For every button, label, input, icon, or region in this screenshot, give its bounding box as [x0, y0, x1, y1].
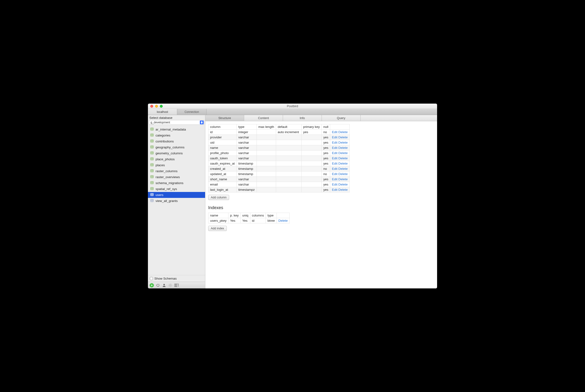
- show-schemas-label: Show Schemas: [154, 277, 177, 280]
- table-icon: [150, 151, 154, 155]
- content-tab[interactable]: Info: [283, 115, 322, 121]
- table-name: ar_internal_metadata: [156, 128, 186, 131]
- settings-button[interactable]: [168, 283, 173, 288]
- column-cell: uid: [208, 140, 237, 145]
- edit-link[interactable]: Edit: [332, 136, 337, 139]
- sidebar-table-item[interactable]: categories: [148, 132, 205, 138]
- sidebar-table-item[interactable]: raster_overviews: [148, 174, 205, 180]
- column-cell: [276, 150, 301, 156]
- edit-link[interactable]: Edit: [332, 146, 337, 150]
- edit-link[interactable]: Edit: [332, 172, 337, 176]
- connection-tab[interactable]: localhost: [148, 109, 177, 115]
- content-tab[interactable]: Content: [244, 115, 283, 121]
- sidebar-table-item[interactable]: ar_internal_metadata: [148, 126, 205, 132]
- column-cell: timestamp: [236, 161, 256, 166]
- sql-button[interactable]: [174, 283, 179, 288]
- delete-link[interactable]: Delete: [338, 162, 348, 165]
- column-cell: [276, 161, 301, 166]
- database-select[interactable]: g_development: [149, 120, 204, 125]
- delete-link[interactable]: Delete: [338, 172, 348, 176]
- column-row: oauth_tokenvarcharyesEdit Delete: [208, 156, 350, 161]
- delete-link[interactable]: Delete: [338, 167, 348, 170]
- sidebar-table-item[interactable]: contributions: [148, 138, 205, 144]
- delete-link[interactable]: Delete: [338, 188, 348, 192]
- index-cell: Yes: [240, 218, 250, 224]
- sidebar-table-item[interactable]: spatial_ref_sys: [148, 186, 205, 192]
- index-actions: Delete: [276, 218, 290, 224]
- svg-line-74: [169, 286, 169, 287]
- column-cell: [276, 140, 301, 145]
- edit-link[interactable]: Edit: [332, 178, 337, 181]
- delete-link[interactable]: Delete: [338, 130, 348, 134]
- table-name: geography_columns: [156, 146, 184, 149]
- table-icon: [150, 181, 154, 185]
- column-cell: [256, 145, 276, 150]
- sidebar-table-item[interactable]: geography_columns: [148, 144, 205, 150]
- edit-link[interactable]: Edit: [332, 156, 337, 160]
- column-cell: varchar: [236, 177, 256, 182]
- column-cell: provider: [208, 135, 237, 140]
- column-row: short_namevarcharyesEdit Delete: [208, 177, 350, 182]
- add-index-button[interactable]: Add index: [208, 226, 227, 231]
- column-cell: [301, 161, 322, 166]
- sidebar-table-item[interactable]: schema_migrations: [148, 180, 205, 186]
- sidebar-table-item[interactable]: raster_columns: [148, 168, 205, 174]
- table-name: raster_overviews: [156, 175, 180, 179]
- show-schemas-checkbox[interactable]: [150, 277, 153, 280]
- column-cell: email: [208, 182, 237, 187]
- delete-link[interactable]: Delete: [278, 219, 288, 222]
- edit-link[interactable]: Edit: [332, 188, 337, 192]
- svg-rect-50: [150, 188, 154, 190]
- add-button[interactable]: +: [149, 283, 154, 288]
- column-cell: short_name: [208, 177, 237, 182]
- content-tab[interactable]: Query: [322, 115, 360, 121]
- column-row: idintegerauto incrementyesnoEdit Delete: [208, 130, 350, 135]
- column-row: profile_photovarcharyesEdit Delete: [208, 150, 350, 156]
- table-name: users: [156, 193, 164, 197]
- column-row: namevarcharyesEdit Delete: [208, 145, 350, 150]
- user-button[interactable]: [161, 283, 167, 288]
- edit-link[interactable]: Edit: [332, 151, 337, 155]
- connection-tab[interactable]: Connection: [177, 109, 206, 115]
- column-cell: auto increment: [276, 130, 301, 135]
- svg-rect-10: [150, 140, 154, 142]
- delete-link[interactable]: Delete: [338, 141, 348, 144]
- sidebar-table-item[interactable]: places: [148, 162, 205, 168]
- indexes-header-cell: name: [208, 213, 228, 218]
- column-actions: Edit Delete: [330, 140, 350, 145]
- show-schemas-toggle[interactable]: Show Schemas: [148, 275, 205, 282]
- delete-link[interactable]: Delete: [338, 136, 348, 139]
- column-cell: [301, 182, 322, 187]
- add-column-button[interactable]: Add column: [208, 195, 229, 200]
- sidebar-table-item[interactable]: view_all_grants: [148, 198, 205, 204]
- refresh-button[interactable]: [155, 283, 161, 288]
- delete-link[interactable]: Delete: [338, 183, 348, 186]
- edit-link[interactable]: Edit: [332, 130, 337, 134]
- sidebar-table-item[interactable]: users: [148, 192, 205, 198]
- edit-link[interactable]: Edit: [332, 162, 337, 165]
- table-icon: [150, 175, 154, 179]
- edit-link[interactable]: Edit: [332, 183, 337, 186]
- delete-link[interactable]: Delete: [338, 151, 348, 155]
- content-tab[interactable]: Structure: [205, 115, 244, 121]
- column-cell: yes: [322, 140, 330, 145]
- svg-rect-5: [150, 134, 154, 136]
- edit-link[interactable]: Edit: [332, 167, 337, 170]
- sidebar-table-item[interactable]: place_photos: [148, 156, 205, 162]
- column-cell: [276, 172, 301, 177]
- column-cell: yes: [322, 182, 330, 187]
- column-cell: varchar: [236, 135, 256, 140]
- table-icon: [150, 145, 154, 149]
- column-cell: [276, 182, 301, 187]
- svg-rect-25: [150, 158, 154, 160]
- delete-link[interactable]: Delete: [338, 156, 348, 160]
- content-tabs: StructureContentInfoQuery: [205, 115, 437, 121]
- sidebar-table-item[interactable]: geometry_columns: [148, 150, 205, 156]
- database-select-value: g_development: [150, 121, 170, 124]
- column-cell: [256, 182, 276, 187]
- delete-link[interactable]: Delete: [338, 146, 348, 150]
- delete-link[interactable]: Delete: [338, 178, 348, 181]
- app-window: Postbird localhostConnection Select data…: [148, 104, 437, 288]
- edit-link[interactable]: Edit: [332, 141, 337, 144]
- svg-rect-75: [174, 284, 176, 287]
